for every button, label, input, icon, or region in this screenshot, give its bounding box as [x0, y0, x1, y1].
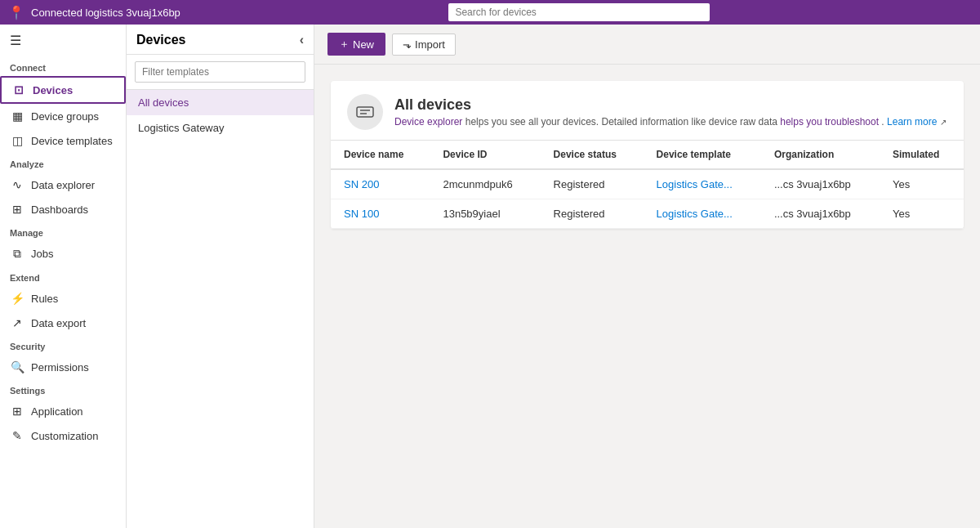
device-table: Device name Device ID Device status Devi… — [331, 141, 964, 229]
device-groups-icon: ▦ — [10, 110, 24, 123]
hamburger-menu[interactable]: ☰ — [0, 25, 126, 56]
panel-nav-logistics-gateway[interactable]: Logistics Gateway — [127, 115, 314, 141]
application-icon: ⊞ — [10, 405, 24, 418]
cell-device-id: 2mcunmdpuk6 — [430, 169, 540, 199]
main-area: ＋ New ⬎ Import All devices — [314, 25, 980, 528]
data-export-icon: ↗ — [10, 316, 24, 329]
rules-icon: ⚡ — [10, 292, 24, 305]
cell-simulated: Yes — [880, 199, 964, 229]
cell-device-name: SN 100 — [331, 199, 430, 229]
cell-organization: ...cs 3vuaj1x6bp — [761, 199, 880, 229]
sidebar-item-data-explorer[interactable]: ∿ Data explorer — [0, 172, 126, 197]
sidebar-item-device-groups-label: Device groups — [31, 110, 99, 123]
plus-icon: ＋ — [339, 37, 350, 51]
panel-nav-all-devices[interactable]: All devices — [127, 90, 314, 115]
col-device-name: Device name — [331, 141, 430, 169]
external-link-icon: ↗ — [940, 118, 947, 127]
devices-panel: Devices ‹ All devices Logistics Gateway — [127, 25, 314, 528]
cell-device-status: Registered — [541, 199, 644, 229]
manage-section-label: Manage — [0, 221, 126, 241]
jobs-icon: ⧉ — [10, 247, 24, 261]
filter-templates-input[interactable] — [135, 61, 305, 83]
sidebar-item-application[interactable]: ⊞ Application — [0, 399, 126, 423]
col-device-status: Device status — [541, 141, 644, 169]
device-name-link[interactable]: SN 100 — [344, 208, 379, 220]
cell-simulated: Yes — [880, 169, 964, 199]
devices-icon: ⊡ — [11, 83, 26, 96]
sidebar-item-dashboards-label: Dashboards — [31, 204, 88, 216]
panel-close-button[interactable]: ‹ — [300, 33, 304, 47]
card-desc-explorer: Device explorer — [394, 116, 462, 128]
device-templates-icon: ◫ — [10, 134, 24, 147]
col-device-id: Device ID — [430, 141, 540, 169]
sidebar-item-rules-label: Rules — [31, 293, 58, 305]
learn-more-link[interactable]: Learn more — [887, 116, 937, 128]
cell-device-id: 13n5b9yiael — [430, 199, 540, 229]
panel-header: Devices ‹ — [127, 25, 314, 55]
app-title: Connected logistics 3vuaj1x6bp — [31, 7, 180, 19]
card-desc-troubleshoot: helps you troubleshoot — [780, 116, 879, 128]
cell-device-template: Logistics Gate... — [644, 169, 761, 199]
sidebar-item-devices-label: Devices — [33, 84, 73, 96]
card-title-area: All devices Device explorer helps you se… — [394, 96, 947, 128]
new-button[interactable]: ＋ New — [327, 33, 385, 56]
main-content: All devices Device explorer helps you se… — [314, 65, 980, 528]
cell-device-status: Registered — [541, 169, 644, 199]
cell-organization: ...cs 3vuaj1x6bp — [761, 169, 880, 199]
topbar: 📍 Connected logistics 3vuaj1x6bp — [0, 0, 980, 25]
sidebar-item-data-export[interactable]: ↗ Data export — [0, 311, 126, 335]
sidebar-item-device-groups[interactable]: ▦ Device groups — [0, 104, 126, 128]
card-desc-text1: helps you see all your devices. Detailed… — [466, 116, 781, 128]
sidebar-item-data-explorer-label: Data explorer — [31, 179, 95, 191]
sidebar-item-permissions-label: Permissions — [31, 361, 89, 374]
col-simulated: Simulated — [880, 141, 964, 169]
device-name-link[interactable]: SN 200 — [344, 178, 379, 190]
main-toolbar: ＋ New ⬎ Import — [314, 25, 980, 65]
sidebar-item-application-label: Application — [31, 405, 83, 418]
sidebar-item-device-templates-label: Device templates — [31, 135, 113, 147]
search-box[interactable] — [448, 3, 710, 21]
table-header-row: Device name Device ID Device status Devi… — [331, 141, 964, 169]
sidebar: ☰ Connect ⊡ Devices ▦ Device groups ◫ De… — [0, 25, 127, 528]
sidebar-item-devices[interactable]: ⊡ Devices — [0, 76, 126, 104]
import-icon: ⬎ — [403, 38, 412, 51]
sidebar-item-rules[interactable]: ⚡ Rules — [0, 286, 126, 311]
import-button[interactable]: ⬎ Import — [392, 34, 456, 56]
cell-device-name: SN 200 — [331, 169, 430, 199]
data-explorer-icon: ∿ — [10, 178, 24, 191]
svg-rect-0 — [357, 107, 373, 117]
device-template-link[interactable]: Logistics Gate... — [657, 208, 733, 220]
card-title: All devices — [394, 96, 947, 114]
all-devices-card: All devices Device explorer helps you se… — [331, 81, 964, 229]
cell-device-template: Logistics Gate... — [644, 199, 761, 229]
sidebar-item-customization[interactable]: ✎ Customization — [0, 423, 126, 448]
table-row: SN 100 13n5b9yiael Registered Logistics … — [331, 199, 964, 229]
device-template-link[interactable]: Logistics Gate... — [657, 178, 733, 190]
all-devices-icon — [347, 94, 383, 130]
connect-section-label: Connect — [0, 56, 126, 76]
sidebar-item-jobs-label: Jobs — [31, 248, 53, 260]
extend-section-label: Extend — [0, 266, 126, 286]
panel-filter-area — [127, 55, 314, 90]
col-device-template: Device template — [644, 141, 761, 169]
card-description: Device explorer helps you see all your d… — [394, 116, 947, 128]
sidebar-item-dashboards[interactable]: ⊞ Dashboards — [0, 197, 126, 221]
sidebar-item-jobs[interactable]: ⧉ Jobs — [0, 241, 126, 266]
location-icon: 📍 — [8, 5, 24, 20]
search-input[interactable] — [448, 3, 710, 21]
card-header: All devices Device explorer helps you se… — [331, 81, 964, 141]
sidebar-item-data-export-label: Data export — [31, 317, 86, 329]
sidebar-item-permissions[interactable]: 🔍 Permissions — [0, 355, 126, 379]
table-row: SN 200 2mcunmdpuk6 Registered Logistics … — [331, 169, 964, 199]
col-organization: Organization — [761, 141, 880, 169]
permissions-icon: 🔍 — [10, 360, 24, 374]
security-section-label: Security — [0, 335, 126, 355]
analyze-section-label: Analyze — [0, 153, 126, 172]
panel-title: Devices — [136, 33, 186, 47]
customization-icon: ✎ — [10, 429, 24, 442]
device-table-body: SN 200 2mcunmdpuk6 Registered Logistics … — [331, 169, 964, 229]
dashboards-icon: ⊞ — [10, 203, 24, 216]
sidebar-item-device-templates[interactable]: ◫ Device templates — [0, 128, 126, 153]
settings-section-label: Settings — [0, 379, 126, 399]
sidebar-item-customization-label: Customization — [31, 430, 98, 442]
